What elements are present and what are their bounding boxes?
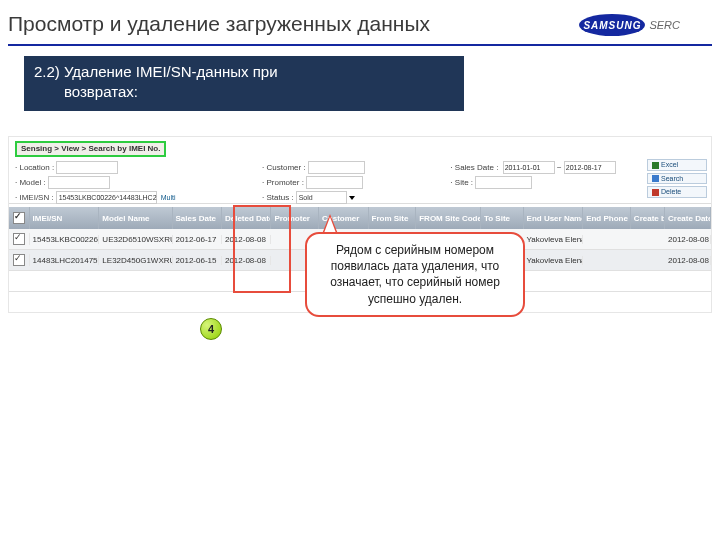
col-createby: Create by (631, 207, 665, 229)
site-label: · Site : (450, 178, 473, 187)
samsung-logo: SAMSUNG (579, 14, 645, 36)
callout-box: Рядом с серийным номером появилась дата … (305, 232, 525, 317)
step-4-badge: 4 (200, 318, 222, 340)
col-promoter: Promoter (271, 207, 319, 229)
multi-button[interactable]: Multi (161, 194, 176, 201)
excel-button[interactable]: Excel (647, 159, 707, 171)
brand-logo: SAMSUNG SERC (579, 14, 680, 36)
salesdate-label: · Sales Date : (450, 163, 498, 172)
subtitle-line2: возвратах: (34, 82, 454, 102)
brand-tag: SERC (649, 19, 680, 31)
model-label: · Model : (15, 178, 46, 187)
status-input[interactable]: Sold (296, 191, 347, 204)
promoter-input[interactable] (306, 176, 363, 189)
row-checkbox[interactable] (13, 254, 25, 266)
promoter-label: · Promoter : (262, 178, 304, 187)
chevron-down-icon[interactable] (349, 196, 355, 200)
col-from: From Site (369, 207, 417, 229)
delete-button[interactable]: Delete (647, 186, 707, 198)
search-button[interactable]: Search (647, 173, 707, 185)
grid-header: IMEI/SN Model Name Sales Date Deleted Da… (9, 207, 711, 229)
col-fromcode: FROM Site Code (416, 207, 481, 229)
search-icon (652, 175, 659, 182)
breadcrumb: Sensing > View > Search by IMEI No. (15, 141, 166, 157)
col-endphone: End Phone No (583, 207, 631, 229)
col-createdate: Create Date (665, 207, 711, 229)
customer-input[interactable] (308, 161, 365, 174)
row-checkbox[interactable] (13, 233, 25, 245)
col-sales: Sales Date (173, 207, 222, 229)
location-label: · Location : (15, 163, 54, 172)
date-to-input[interactable]: 2012-08-17 (564, 161, 616, 174)
imei-label: · IMEI/SN : (15, 193, 54, 202)
model-input[interactable] (48, 176, 110, 189)
location-input[interactable] (56, 161, 118, 174)
delete-icon (652, 189, 659, 196)
customer-label: · Customer : (262, 163, 306, 172)
excel-icon (652, 162, 659, 169)
col-deleted: Deleted Date (222, 207, 271, 229)
page-title: Просмотр и удаление загруженных данных (8, 12, 430, 36)
select-all-checkbox[interactable] (13, 212, 25, 224)
step-subtitle: 2.2) Удаление IMEI/SN-данных при возврат… (24, 56, 464, 111)
imei-input[interactable]: 15453LKBC00226^14483LHC2 (56, 191, 157, 204)
col-imei: IMEI/SN (30, 207, 100, 229)
col-model: Model Name (99, 207, 172, 229)
callout-pointer (322, 214, 338, 234)
col-enduser: End User Name (524, 207, 584, 229)
filter-bar: · Location : · Model : · IMEI/SN :15453L… (9, 159, 711, 204)
date-from-input[interactable]: 2011-01-01 (503, 161, 555, 174)
status-label: · Status : (262, 193, 294, 202)
site-input[interactable] (475, 176, 532, 189)
title-separator (8, 44, 712, 46)
action-buttons: Excel Search Delete (647, 159, 707, 200)
subtitle-line1: 2.2) Удаление IMEI/SN-данных при (34, 62, 454, 82)
col-to: To Site (481, 207, 524, 229)
